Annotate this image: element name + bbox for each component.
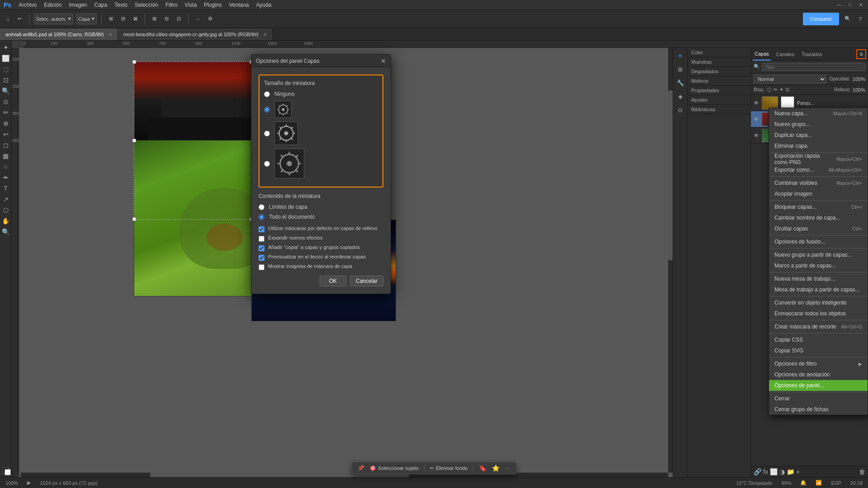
menu-seleccion[interactable]: Selección bbox=[135, 2, 158, 8]
blend-mode-select[interactable]: Normal bbox=[754, 75, 826, 84]
add-adjustment-button[interactable]: ◑ bbox=[779, 468, 785, 475]
panel-icon-3[interactable]: 🔧 bbox=[675, 77, 686, 89]
spacing[interactable]: ⊡ bbox=[174, 13, 184, 25]
align-center[interactable]: ⊟ bbox=[118, 13, 128, 25]
ctx-cerrar-grupo[interactable]: Cerrar grupo de fichas bbox=[769, 404, 868, 415]
gradient-tool[interactable]: ▦ bbox=[1, 151, 11, 161]
ctx-enmascarar-objetos[interactable]: Enmascarar todos los objetos bbox=[769, 308, 868, 319]
path-select-tool[interactable]: ↗ bbox=[1, 194, 11, 204]
ctx-nueva-mesa[interactable]: Nueva mesa de trabajo... bbox=[769, 273, 868, 284]
eyedropper-tool[interactable]: 🔍 bbox=[1, 86, 11, 96]
crop-tool[interactable]: ⊡ bbox=[1, 75, 11, 85]
radio-small[interactable] bbox=[264, 107, 270, 113]
remove-bg-button[interactable]: ✂ Eliminar fondo bbox=[430, 465, 467, 471]
ctx-exportar-como[interactable]: Exportar como... Alt+Mayús+Ctrl+ bbox=[769, 164, 868, 175]
vertical-scrollbar[interactable] bbox=[668, 48, 673, 473]
panel-icon-4[interactable]: ◈ bbox=[675, 90, 686, 102]
lock-pixel[interactable]: ✏ bbox=[774, 87, 778, 93]
distribute[interactable]: ⊟ bbox=[162, 13, 171, 25]
radio-limits[interactable] bbox=[259, 204, 264, 210]
ctx-combinar-visibles[interactable]: Combinar visibles Mayús+Ctrl+ bbox=[769, 178, 868, 188]
add-effect-button[interactable]: fx bbox=[763, 468, 768, 475]
bookmark-button[interactable]: 🔖 bbox=[479, 465, 486, 472]
radio-document[interactable] bbox=[259, 214, 264, 220]
check1[interactable] bbox=[259, 226, 264, 232]
shape-tool[interactable]: ⬡ bbox=[1, 205, 11, 215]
tab-0-close[interactable]: ✕ bbox=[108, 32, 112, 37]
star-button[interactable]: ⭐ bbox=[492, 465, 500, 472]
clone-tool[interactable]: ⊕ bbox=[1, 118, 11, 128]
add-group-button[interactable]: 📁 bbox=[787, 468, 794, 475]
ctx-cerrar[interactable]: Cerrar bbox=[769, 393, 868, 404]
menu-capa[interactable]: Capa bbox=[94, 2, 108, 8]
libraries-panel[interactable]: Bibliotecas bbox=[688, 105, 750, 114]
eraser-tool[interactable]: ◻ bbox=[1, 140, 11, 150]
layer-eye-parquet[interactable]: 👁 bbox=[754, 100, 759, 106]
layer-eye-capa[interactable]: 👁 bbox=[754, 132, 759, 139]
layers-menu-button[interactable]: ≡ bbox=[856, 49, 866, 59]
ctx-ocultar-capas[interactable]: Ocultar capas Ctrl+ bbox=[769, 223, 868, 234]
layers-search-input[interactable] bbox=[762, 63, 865, 71]
opacity-value[interactable]: 100% bbox=[853, 76, 865, 82]
menu-vista[interactable]: Vista bbox=[185, 2, 197, 8]
dialog-close-button[interactable]: ✕ bbox=[381, 57, 386, 65]
tab-0[interactable]: animali-anfibi1.psd al 100% (Carro, RGB/… bbox=[0, 28, 118, 40]
gradients-panel[interactable]: Degradados bbox=[688, 67, 750, 76]
check5[interactable] bbox=[259, 264, 264, 270]
properties-panel[interactable]: Propiedades bbox=[688, 86, 750, 95]
samples-panel[interactable]: Muestras bbox=[688, 57, 750, 67]
pen-tool[interactable]: ✒ bbox=[1, 173, 11, 183]
ctx-copiar-svg[interactable]: Copiar SVG bbox=[769, 345, 868, 356]
radio-none[interactable] bbox=[264, 91, 270, 97]
tool-options[interactable]: ↩ bbox=[15, 13, 24, 25]
align-right[interactable]: ⊠ bbox=[131, 13, 140, 25]
dialog-ok-button[interactable]: OK bbox=[320, 276, 346, 286]
lock-transparent[interactable]: ⬡ bbox=[767, 87, 772, 93]
menu-filtro[interactable]: Filtro bbox=[165, 2, 178, 8]
menu-archivo[interactable]: Archivo bbox=[19, 2, 37, 8]
radio-medium[interactable] bbox=[264, 131, 270, 136]
settings-panel[interactable]: Ajustes bbox=[688, 95, 750, 105]
ctx-convertir-inteligente[interactable]: Convertir en objeto inteligente bbox=[769, 297, 868, 308]
delete-layer-button[interactable]: 🗑 bbox=[859, 468, 865, 475]
foreground-color[interactable] bbox=[1, 465, 11, 475]
dialog-cancel-button[interactable]: Cancelar bbox=[350, 276, 383, 286]
ctx-nueva-capa[interactable]: Nueva capa... Mayús+Ctrl+N bbox=[769, 108, 868, 119]
menu-ayuda[interactable]: Ayuda bbox=[256, 2, 271, 8]
select-mode[interactable]: Selec. autom. ▾ bbox=[34, 14, 73, 24]
ctx-exportacion-png[interactable]: Exportación rápida como PNG Mayús+Ctrl+ bbox=[769, 154, 868, 164]
add-layer-button[interactable]: + bbox=[796, 468, 800, 475]
ctx-marco-capas[interactable]: Marco a partir de capas... bbox=[769, 260, 868, 271]
panel-icon-1[interactable]: ≡ bbox=[675, 50, 686, 61]
tab-tracings[interactable]: Trazados bbox=[800, 48, 824, 61]
ctx-cambiar-nombre[interactable]: Cambiar nombre de capa... bbox=[769, 212, 868, 223]
share-button[interactable]: Compartir bbox=[803, 13, 839, 25]
settings-button[interactable]: ⚙ bbox=[205, 13, 215, 25]
layer-mode[interactable]: Capa ▾ bbox=[76, 14, 97, 24]
ctx-opciones-fusion[interactable]: Opciones de fusión... bbox=[769, 236, 868, 247]
tab-channels[interactable]: Canales bbox=[774, 48, 796, 61]
history-tool[interactable]: ↩ bbox=[1, 129, 11, 139]
check3[interactable] bbox=[259, 245, 264, 251]
lasso-tool[interactable]: ◌ bbox=[1, 64, 11, 74]
maximize-button[interactable]: □ bbox=[846, 1, 854, 9]
check2[interactable] bbox=[259, 236, 264, 242]
zoom-tool[interactable]: 🔍 bbox=[1, 227, 11, 237]
menu-edicion[interactable]: Edición bbox=[44, 2, 61, 8]
tab-1[interactable]: most-beautiful-cities-singapore-cr-getty… bbox=[118, 28, 273, 40]
ctx-acoplar-imagen[interactable]: Acoplar imagen bbox=[769, 188, 868, 199]
menu-ventana[interactable]: Ventana bbox=[229, 2, 249, 8]
motifs-panel[interactable]: Motivos bbox=[688, 76, 750, 86]
layer-eye-car[interactable]: 👁 bbox=[754, 116, 759, 122]
add-link-button[interactable]: 🔗 bbox=[754, 468, 761, 475]
add-mask-button[interactable]: ⬜ bbox=[770, 468, 778, 475]
ctx-copiar-css[interactable]: Copiar CSS bbox=[769, 334, 868, 345]
align-left[interactable]: ⊞ bbox=[106, 13, 116, 25]
panel-icon-5[interactable]: ⊙ bbox=[675, 104, 686, 116]
tab-1-close[interactable]: ✕ bbox=[263, 32, 267, 37]
horizontal-scrollbar[interactable] bbox=[21, 473, 668, 477]
ctx-nuevo-grupo-capas[interactable]: Nuevo grupo a partir de capas... bbox=[769, 249, 868, 260]
transform[interactable]: ⊞ bbox=[150, 13, 159, 25]
select-subject-button[interactable]: 🎯 Seleccionar sujeto bbox=[370, 465, 419, 471]
ctx-opciones-filtro[interactable]: Opciones de filtro ▶ bbox=[769, 358, 868, 369]
